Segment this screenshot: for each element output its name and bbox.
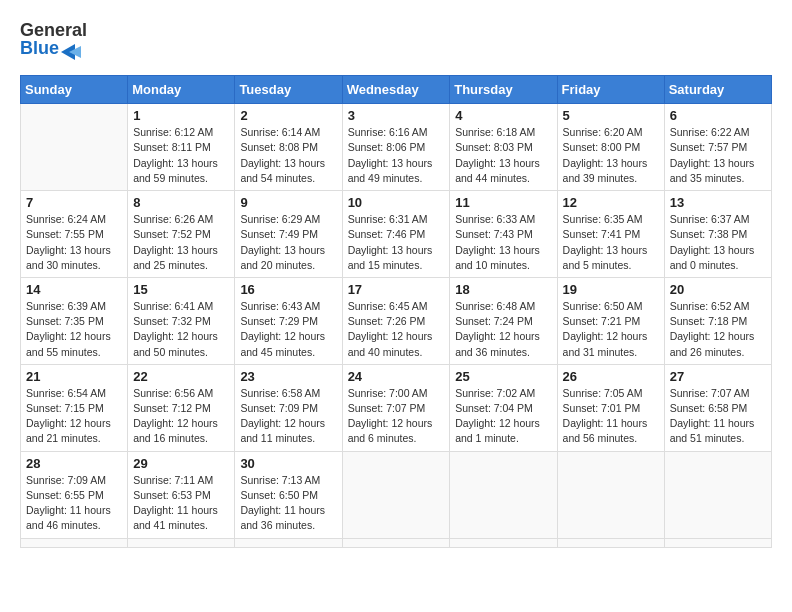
weekday-header-sunday: Sunday xyxy=(21,76,128,104)
logo-blue: Blue xyxy=(20,38,59,60)
day-number: 5 xyxy=(563,108,659,123)
calendar-day-cell: 6Sunrise: 6:22 AMSunset: 7:57 PMDaylight… xyxy=(664,104,771,191)
day-number: 23 xyxy=(240,369,336,384)
day-info: Sunrise: 6:26 AMSunset: 7:52 PMDaylight:… xyxy=(133,212,229,273)
calendar-day-cell: 21Sunrise: 6:54 AMSunset: 7:15 PMDayligh… xyxy=(21,364,128,451)
calendar-day-cell: 22Sunrise: 6:56 AMSunset: 7:12 PMDayligh… xyxy=(128,364,235,451)
day-number: 7 xyxy=(26,195,122,210)
day-number: 8 xyxy=(133,195,229,210)
day-number: 10 xyxy=(348,195,445,210)
day-info: Sunrise: 7:00 AMSunset: 7:07 PMDaylight:… xyxy=(348,386,445,447)
day-info: Sunrise: 6:48 AMSunset: 7:24 PMDaylight:… xyxy=(455,299,551,360)
day-number: 3 xyxy=(348,108,445,123)
day-info: Sunrise: 7:05 AMSunset: 7:01 PMDaylight:… xyxy=(563,386,659,447)
day-number: 20 xyxy=(670,282,766,297)
day-number: 24 xyxy=(348,369,445,384)
calendar-day-cell xyxy=(235,538,342,547)
day-number: 14 xyxy=(26,282,122,297)
calendar-day-cell xyxy=(21,104,128,191)
calendar-day-cell: 2Sunrise: 6:14 AMSunset: 8:08 PMDaylight… xyxy=(235,104,342,191)
calendar-week-row: 21Sunrise: 6:54 AMSunset: 7:15 PMDayligh… xyxy=(21,364,772,451)
day-info: Sunrise: 6:16 AMSunset: 8:06 PMDaylight:… xyxy=(348,125,445,186)
calendar-week-row: 14Sunrise: 6:39 AMSunset: 7:35 PMDayligh… xyxy=(21,277,772,364)
day-number: 2 xyxy=(240,108,336,123)
day-info: Sunrise: 6:37 AMSunset: 7:38 PMDaylight:… xyxy=(670,212,766,273)
calendar-day-cell: 18Sunrise: 6:48 AMSunset: 7:24 PMDayligh… xyxy=(450,277,557,364)
calendar-day-cell: 4Sunrise: 6:18 AMSunset: 8:03 PMDaylight… xyxy=(450,104,557,191)
day-number: 28 xyxy=(26,456,122,471)
day-number: 9 xyxy=(240,195,336,210)
day-info: Sunrise: 6:31 AMSunset: 7:46 PMDaylight:… xyxy=(348,212,445,273)
calendar-week-row: 1Sunrise: 6:12 AMSunset: 8:11 PMDaylight… xyxy=(21,104,772,191)
calendar-day-cell: 11Sunrise: 6:33 AMSunset: 7:43 PMDayligh… xyxy=(450,191,557,278)
day-number: 18 xyxy=(455,282,551,297)
calendar-day-cell: 29Sunrise: 7:11 AMSunset: 6:53 PMDayligh… xyxy=(128,451,235,538)
day-info: Sunrise: 6:56 AMSunset: 7:12 PMDaylight:… xyxy=(133,386,229,447)
day-info: Sunrise: 6:45 AMSunset: 7:26 PMDaylight:… xyxy=(348,299,445,360)
weekday-header-tuesday: Tuesday xyxy=(235,76,342,104)
calendar-day-cell: 14Sunrise: 6:39 AMSunset: 7:35 PMDayligh… xyxy=(21,277,128,364)
day-info: Sunrise: 6:41 AMSunset: 7:32 PMDaylight:… xyxy=(133,299,229,360)
day-info: Sunrise: 6:18 AMSunset: 8:03 PMDaylight:… xyxy=(455,125,551,186)
day-number: 25 xyxy=(455,369,551,384)
calendar-day-cell: 20Sunrise: 6:52 AMSunset: 7:18 PMDayligh… xyxy=(664,277,771,364)
day-info: Sunrise: 6:39 AMSunset: 7:35 PMDaylight:… xyxy=(26,299,122,360)
day-number: 17 xyxy=(348,282,445,297)
weekday-header-wednesday: Wednesday xyxy=(342,76,450,104)
day-info: Sunrise: 6:12 AMSunset: 8:11 PMDaylight:… xyxy=(133,125,229,186)
day-number: 19 xyxy=(563,282,659,297)
calendar-week-row: 7Sunrise: 6:24 AMSunset: 7:55 PMDaylight… xyxy=(21,191,772,278)
weekday-header-monday: Monday xyxy=(128,76,235,104)
calendar-day-cell xyxy=(557,451,664,538)
day-number: 6 xyxy=(670,108,766,123)
calendar-week-row: 28Sunrise: 7:09 AMSunset: 6:55 PMDayligh… xyxy=(21,451,772,538)
calendar-table: SundayMondayTuesdayWednesdayThursdayFrid… xyxy=(20,75,772,547)
calendar-day-cell: 10Sunrise: 6:31 AMSunset: 7:46 PMDayligh… xyxy=(342,191,450,278)
calendar-day-cell xyxy=(557,538,664,547)
day-info: Sunrise: 6:50 AMSunset: 7:21 PMDaylight:… xyxy=(563,299,659,360)
calendar-day-cell: 7Sunrise: 6:24 AMSunset: 7:55 PMDaylight… xyxy=(21,191,128,278)
calendar-day-cell: 16Sunrise: 6:43 AMSunset: 7:29 PMDayligh… xyxy=(235,277,342,364)
calendar-day-cell: 28Sunrise: 7:09 AMSunset: 6:55 PMDayligh… xyxy=(21,451,128,538)
day-info: Sunrise: 6:54 AMSunset: 7:15 PMDaylight:… xyxy=(26,386,122,447)
calendar-day-cell: 19Sunrise: 6:50 AMSunset: 7:21 PMDayligh… xyxy=(557,277,664,364)
day-info: Sunrise: 7:09 AMSunset: 6:55 PMDaylight:… xyxy=(26,473,122,534)
calendar-day-cell xyxy=(342,451,450,538)
day-info: Sunrise: 6:22 AMSunset: 7:57 PMDaylight:… xyxy=(670,125,766,186)
calendar-day-cell: 23Sunrise: 6:58 AMSunset: 7:09 PMDayligh… xyxy=(235,364,342,451)
calendar-day-cell xyxy=(450,538,557,547)
day-info: Sunrise: 6:35 AMSunset: 7:41 PMDaylight:… xyxy=(563,212,659,273)
calendar-day-cell: 15Sunrise: 6:41 AMSunset: 7:32 PMDayligh… xyxy=(128,277,235,364)
calendar-day-cell: 13Sunrise: 6:37 AMSunset: 7:38 PMDayligh… xyxy=(664,191,771,278)
calendar-day-cell: 30Sunrise: 7:13 AMSunset: 6:50 PMDayligh… xyxy=(235,451,342,538)
day-number: 4 xyxy=(455,108,551,123)
day-info: Sunrise: 6:24 AMSunset: 7:55 PMDaylight:… xyxy=(26,212,122,273)
day-info: Sunrise: 6:33 AMSunset: 7:43 PMDaylight:… xyxy=(455,212,551,273)
calendar-day-cell xyxy=(342,538,450,547)
day-info: Sunrise: 6:43 AMSunset: 7:29 PMDaylight:… xyxy=(240,299,336,360)
day-number: 26 xyxy=(563,369,659,384)
calendar-day-cell: 26Sunrise: 7:05 AMSunset: 7:01 PMDayligh… xyxy=(557,364,664,451)
calendar-day-cell xyxy=(21,538,128,547)
weekday-header-friday: Friday xyxy=(557,76,664,104)
day-info: Sunrise: 6:20 AMSunset: 8:00 PMDaylight:… xyxy=(563,125,659,186)
day-number: 11 xyxy=(455,195,551,210)
calendar-day-cell: 1Sunrise: 6:12 AMSunset: 8:11 PMDaylight… xyxy=(128,104,235,191)
calendar-day-cell: 24Sunrise: 7:00 AMSunset: 7:07 PMDayligh… xyxy=(342,364,450,451)
calendar-day-cell: 25Sunrise: 7:02 AMSunset: 7:04 PMDayligh… xyxy=(450,364,557,451)
calendar-day-cell: 5Sunrise: 6:20 AMSunset: 8:00 PMDaylight… xyxy=(557,104,664,191)
day-number: 1 xyxy=(133,108,229,123)
header: GeneralBlue xyxy=(20,20,772,59)
calendar-day-cell xyxy=(664,538,771,547)
calendar-day-cell: 27Sunrise: 7:07 AMSunset: 6:58 PMDayligh… xyxy=(664,364,771,451)
day-info: Sunrise: 6:14 AMSunset: 8:08 PMDaylight:… xyxy=(240,125,336,186)
calendar-day-cell: 17Sunrise: 6:45 AMSunset: 7:26 PMDayligh… xyxy=(342,277,450,364)
calendar-day-cell: 8Sunrise: 6:26 AMSunset: 7:52 PMDaylight… xyxy=(128,191,235,278)
weekday-header-thursday: Thursday xyxy=(450,76,557,104)
calendar-day-cell: 12Sunrise: 6:35 AMSunset: 7:41 PMDayligh… xyxy=(557,191,664,278)
day-number: 12 xyxy=(563,195,659,210)
day-info: Sunrise: 7:02 AMSunset: 7:04 PMDaylight:… xyxy=(455,386,551,447)
calendar-day-cell: 3Sunrise: 6:16 AMSunset: 8:06 PMDaylight… xyxy=(342,104,450,191)
weekday-header-saturday: Saturday xyxy=(664,76,771,104)
weekday-header-row: SundayMondayTuesdayWednesdayThursdayFrid… xyxy=(21,76,772,104)
